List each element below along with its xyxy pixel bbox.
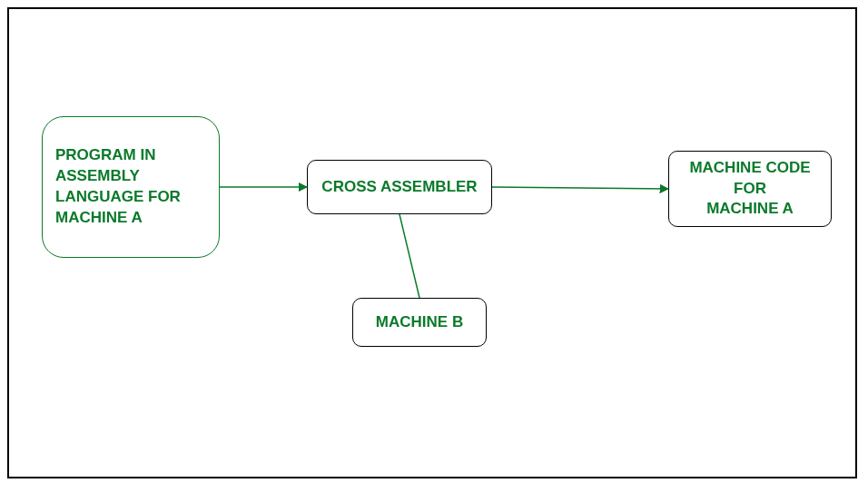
node-output: MACHINE CODEFORMACHINE A bbox=[668, 151, 832, 227]
node-output-label: MACHINE CODEFORMACHINE A bbox=[689, 158, 810, 221]
node-machine-b-label: MACHINE B bbox=[376, 312, 463, 333]
node-source-label: PROGRAM INASSEMBLYLANGUAGE FORMACHINE A bbox=[55, 145, 181, 229]
node-cross-assembler-label: CROSS ASSEMBLER bbox=[321, 177, 477, 198]
node-source: PROGRAM INASSEMBLYLANGUAGE FORMACHINE A bbox=[42, 116, 220, 258]
node-cross-assembler: CROSS ASSEMBLER bbox=[307, 160, 492, 214]
svg-line-1 bbox=[492, 187, 668, 189]
node-machine-b: MACHINE B bbox=[352, 298, 487, 347]
svg-line-2 bbox=[399, 214, 419, 298]
diagram-frame: PROGRAM INASSEMBLYLANGUAGE FORMACHINE A … bbox=[7, 7, 857, 478]
